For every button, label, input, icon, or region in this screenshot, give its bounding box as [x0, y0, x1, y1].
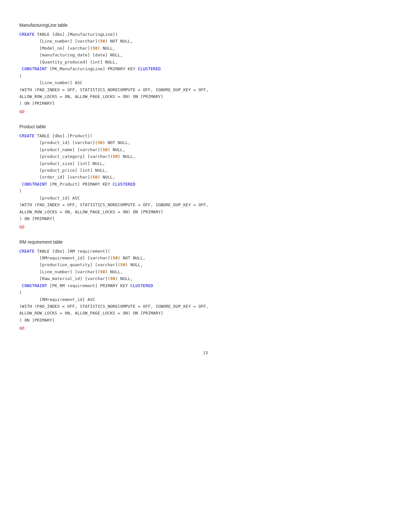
- section-product: Product table CREATE TABLE [dbo].[Produc…: [19, 124, 392, 230]
- section-rm-requirement: RM requirement table CREATE TABLE [dbo].…: [19, 239, 392, 331]
- section-heading-1: ManufacturingLine table: [19, 23, 392, 28]
- keyword-create-1: CREATE: [19, 32, 34, 37]
- page-number: 13: [19, 350, 392, 355]
- section-heading-2: Product table: [19, 124, 392, 129]
- go-statement-1: GO: [19, 110, 392, 114]
- keyword-constraint-2: CONSTRAINT: [22, 182, 47, 187]
- keyword-clustered-2: CLUSTERED: [113, 182, 135, 187]
- code-block-2: CREATE TABLE [dbo].[Product]( [product_i…: [19, 132, 392, 222]
- keyword-create-2: CREATE: [19, 133, 34, 138]
- section-manufacturing-line: ManufacturingLine table CREATE TABLE [db…: [19, 23, 392, 114]
- keyword-constraint-1: CONSTRAINT: [22, 66, 47, 71]
- code-block-3: CREATE TABLE [dbo].[RM requirement]( [RM…: [19, 248, 392, 324]
- go-statement-3: GO: [19, 326, 392, 331]
- keyword-clustered-1: CLUSTERED: [138, 66, 161, 71]
- section-heading-3: RM requirement table: [19, 239, 392, 245]
- keyword-constraint-3: CONSTRAINT: [22, 283, 47, 288]
- code-block-1: CREATE TABLE [dbo].[ManufacturingLine]( …: [19, 31, 392, 107]
- keyword-clustered-3: CLUSTERED: [130, 283, 153, 288]
- keyword-create-3: CREATE: [19, 249, 34, 254]
- go-statement-2: GO: [19, 225, 392, 230]
